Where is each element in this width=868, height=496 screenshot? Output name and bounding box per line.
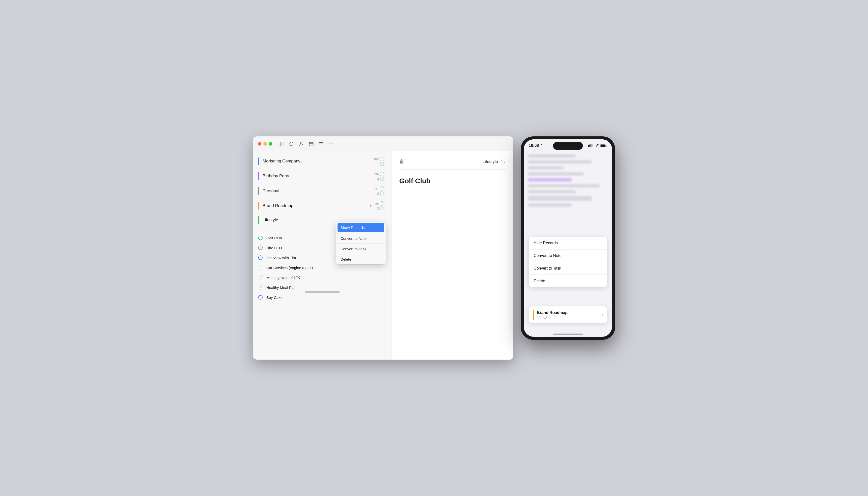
toolbar-left: 🗑 (399, 159, 404, 165)
list-name-marketing: Marketing Company... (263, 159, 374, 164)
bg-row (528, 160, 592, 164)
main-content: 🗑 Lifestyle ⌃⌄ Golf Club (392, 151, 513, 360)
context-menu: Show Records Convert to Note Convert to … (336, 222, 386, 264)
note-blue-icon: 📄 (258, 275, 263, 280)
circle-gray-icon (258, 245, 263, 250)
list-color-birthday (258, 172, 259, 180)
list-color-lifestyle (258, 216, 259, 224)
main-title-area: Lifestyle ⌃⌄ (483, 159, 506, 164)
bg-row (528, 190, 576, 193)
mac-body: Marketing Company... 0/2 1 📄 (253, 151, 513, 360)
list-name-birthday: Birthday Party (263, 174, 374, 179)
sidebar: Marketing Company... 0/2 1 📄 (253, 151, 392, 360)
phone-wrapper: 18:08 (521, 136, 615, 340)
task-circle-icon (380, 201, 384, 206)
phone-context-menu: Hide Records Convert to Note Convert to … (529, 237, 607, 287)
list-color-brand (258, 202, 259, 210)
phone-card-color-bar (533, 310, 534, 320)
note-green-icon: 📄 (258, 285, 263, 290)
sidebar-item-birthday[interactable]: Birthday Party 2/4 3 📄 (253, 169, 392, 184)
phone-status-bar: 18:08 (524, 139, 612, 152)
chevron-up-down-icon[interactable]: ⌃⌄ (500, 160, 506, 164)
calendar-icon[interactable] (309, 141, 314, 146)
context-menu-delete[interactable]: Delete (336, 254, 386, 264)
list-name-personal: Personal (263, 188, 374, 193)
bg-row (528, 166, 564, 170)
sidebar-scrollbar[interactable] (305, 291, 340, 293)
phone-status-right (588, 144, 607, 147)
phone-card-title: Brand Roadmap (537, 310, 602, 315)
minimize-button[interactable] (263, 142, 267, 145)
list-meta-brand: 1/5 3 📄 (374, 201, 384, 210)
list-count-notes-birthday: 3 📄 (377, 176, 384, 181)
main-title: Lifestyle (483, 159, 498, 164)
list-color-marketing (258, 157, 259, 165)
phone-menu-convert-note[interactable]: Convert to Note (529, 249, 607, 262)
context-menu-show-records[interactable]: Show Records (338, 223, 384, 232)
record-name-meal: Healthy Meal Plan... (266, 285, 299, 290)
bg-row (528, 172, 584, 175)
phone-time: 18:08 (529, 143, 543, 148)
sidebar-item-brand-roadmap[interactable]: Brand Roadmap 👁 1/5 3 📄 (253, 198, 392, 213)
record-name-golf: Golf Club (266, 236, 282, 240)
sidebar-item-personal[interactable]: Personal 1/1 3 📄 (253, 184, 392, 198)
sidebar-toggle-icon[interactable] (279, 141, 284, 146)
record-healthy-meal[interactable]: 📄 Healthy Meal Plan... (253, 282, 392, 292)
trash-icon[interactable]: 🗑 (399, 159, 404, 165)
task-circle-icon (380, 186, 384, 191)
svg-rect-15 (589, 144, 590, 148)
traffic-lights (258, 142, 272, 145)
svg-rect-16 (590, 144, 591, 147)
svg-rect-0 (279, 142, 281, 146)
phone-brand-card[interactable]: Brand Roadmap 1/5 3 📄 › (529, 306, 607, 323)
list-count-notes-marketing: 1 📄 (377, 162, 384, 166)
context-menu-convert-task[interactable]: Convert to Task (336, 244, 386, 254)
circle-purple-icon (258, 295, 263, 300)
chevron-right-icon: › (602, 312, 603, 317)
phone-menu-convert-task[interactable]: Convert to Task (529, 262, 607, 275)
svg-rect-17 (592, 144, 592, 147)
close-button[interactable] (258, 142, 261, 145)
mac-window: Marketing Company... 0/2 1 📄 (253, 136, 513, 360)
record-buy-cake[interactable]: Buy Cake (253, 292, 392, 302)
svg-point-21 (544, 316, 547, 319)
eye-icon: 👁 (369, 204, 372, 208)
refresh-icon[interactable] (289, 141, 294, 146)
phone: 18:08 (521, 136, 615, 340)
record-name-hire: Hire CTO... (266, 246, 285, 250)
list-count-tasks-birthday: 2/4 (374, 172, 384, 176)
phone-card-meta: 1/5 3 📄 (537, 315, 602, 319)
list-name-lifestyle: Lifestyle (263, 217, 387, 222)
svg-rect-14 (588, 145, 589, 147)
task-circle-icon (380, 157, 384, 161)
record-meeting-notes[interactable]: 📄 Meeting Notes 07/07 (253, 273, 392, 282)
record-name-car: Car Services (engine repair) (266, 266, 313, 270)
task-circle-icon (380, 172, 384, 176)
menu-icon[interactable] (319, 141, 324, 146)
phone-menu-delete[interactable]: Delete (529, 275, 607, 287)
maximize-button[interactable] (269, 142, 272, 145)
main-header: 🗑 Lifestyle ⌃⌄ (399, 156, 506, 170)
record-name-meeting: Meeting Notes 07/07 (266, 276, 300, 280)
bg-row (528, 154, 576, 158)
list-meta-birthday: 2/4 3 📄 (374, 172, 384, 181)
phone-card-info: Brand Roadmap 1/5 3 📄 (537, 310, 602, 319)
bg-row (528, 196, 592, 201)
list-count-notes-personal: 3 📄 (377, 191, 384, 196)
add-icon[interactable] (328, 141, 334, 146)
person-icon[interactable] (299, 141, 304, 146)
list-count-tasks-personal: 1/1 (374, 186, 384, 191)
circle-green-icon (258, 235, 263, 240)
record-name-interview: Interview with Tim (266, 256, 296, 260)
phone-menu-hide-records[interactable]: Hide Records (529, 237, 607, 249)
titlebar (253, 136, 513, 151)
svg-point-4 (300, 142, 302, 144)
bg-row (528, 203, 572, 207)
phone-screen: 18:08 (524, 139, 612, 337)
sidebar-item-marketing[interactable]: Marketing Company... 0/2 1 📄 (253, 154, 392, 169)
context-menu-convert-note[interactable]: Convert to Note (336, 233, 386, 244)
phone-bg-content (524, 152, 612, 212)
list-count-tasks-brand: 1/5 (374, 201, 384, 206)
list-color-personal (258, 187, 259, 195)
svg-rect-5 (309, 142, 313, 146)
